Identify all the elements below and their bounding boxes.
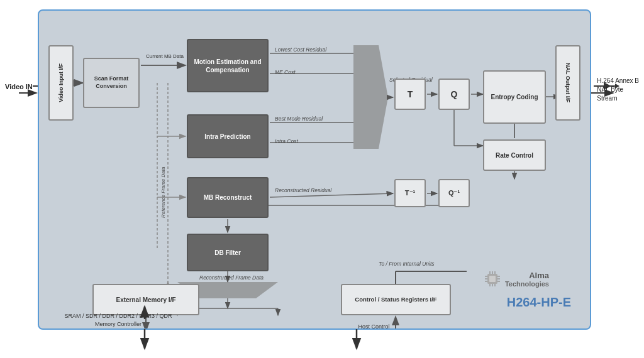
main-container: Video Input I/F NAL Output I/F Scan Form…: [38, 9, 591, 330]
reconstructed-residual-label: Reconstructed Residual: [275, 187, 331, 193]
q-quantization-box: Q: [438, 79, 470, 110]
me-cost-label: ME Cost: [275, 69, 296, 75]
db-filter-box: DB Filter: [187, 234, 269, 271]
t-transform-box: T: [394, 79, 426, 110]
svg-rect-49: [489, 276, 496, 282]
h264-model-label: H264-HP-E: [507, 295, 571, 310]
nal-output-if-box: NAL Output I/F: [555, 45, 580, 121]
chip-icon: [484, 270, 501, 288]
memory-controller-label: SRAM / SDR / DDR / DDR2 / DDR3 / QDR Mem…: [58, 312, 178, 328]
video-in-label: Video IN: [5, 83, 33, 90]
lowest-cost-residual-label: Lowest Cost Residual: [275, 46, 326, 53]
technologies-text: Technologies: [505, 280, 549, 288]
reconstructed-frame-data-label: Reconstructed Frame Data: [199, 274, 264, 281]
motion-estimation-box: Motion Estimation and Compensation: [187, 39, 269, 92]
svg-marker-18: [353, 45, 388, 149]
best-mode-residual-label: Best Mode Residual: [275, 116, 323, 122]
intra-cost-label: Intra Cost: [275, 138, 298, 144]
svg-line-28: [270, 193, 393, 197]
reference-frame-data-label: Reference Frame Data: [160, 136, 166, 218]
nal-output-label: H.264 Annex B NAL Byte Stream: [597, 77, 639, 103]
alma-text: Alma: [505, 271, 549, 280]
control-status-registers-box: Control / Status Registers I/F: [341, 284, 451, 315]
external-memory-box: External Memory I/F: [92, 284, 199, 315]
host-control-label: Host Control: [328, 323, 419, 330]
mb-reconstruct-box: MB Reconstruct: [187, 177, 269, 218]
video-input-if-box: Video Input I/F: [48, 45, 74, 121]
entropy-coding-box: Entropy Coding: [483, 70, 546, 124]
current-mb-label: Current MB Data: [146, 53, 184, 60]
alma-logo: Alma Technologies: [484, 270, 549, 288]
rate-control-box: Rate Control: [483, 139, 546, 171]
scan-format-box: Scan Format Conversion: [83, 58, 140, 108]
q-inverse-box: Q⁻¹: [438, 179, 470, 207]
to-from-internal-label: To / From Internal Units: [379, 261, 435, 267]
intra-prediction-box: Intra Prediction: [187, 114, 269, 158]
t-inverse-box: T⁻¹: [394, 179, 426, 207]
